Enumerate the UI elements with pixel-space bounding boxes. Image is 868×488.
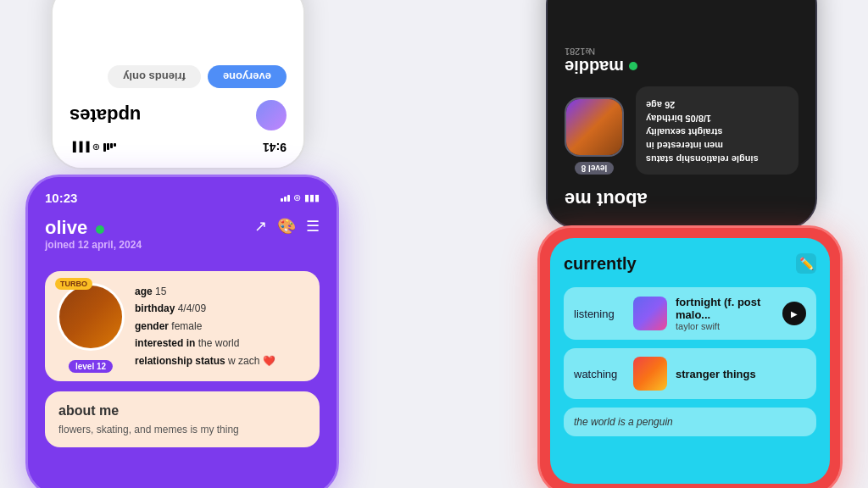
- olive-status-icons: ⊛ ▮▮▮: [281, 192, 320, 203]
- play-button[interactable]: ▶: [782, 302, 806, 325]
- listening-label: listening: [574, 308, 625, 320]
- share-icon[interactable]: ↗: [254, 217, 267, 236]
- watching-label: watching: [574, 368, 625, 380]
- olive-level: level 12: [69, 360, 113, 373]
- maddie-sexuality: straight sexuality: [646, 127, 788, 137]
- olive-about-text: flowers, skating, and memes is my thing: [58, 424, 306, 435]
- maddie-level-badge: level 8: [575, 162, 615, 175]
- phone-olive: 10:23 ⊛ ▮▮▮ olive joined 12 april, 2024: [25, 175, 339, 488]
- maddie-info-card: single relationship status men intereste…: [636, 86, 798, 175]
- listening-sub: taylor swift: [676, 321, 774, 331]
- bottom-text: the world is a penguin: [574, 416, 673, 428]
- maddie-avatar-section: level 8: [565, 97, 624, 175]
- edit-icon[interactable]: ✏️: [796, 253, 816, 274]
- olive-avatar-wrap: TURBO level 12: [57, 283, 125, 369]
- currently-listening-row: listening fortnight (f. post malo... tay…: [564, 287, 816, 340]
- maddie-about-title: about me: [565, 188, 798, 210]
- updates-status-icons: ⊛ ▌▌▌: [70, 142, 116, 153]
- olive-name: olive: [45, 217, 142, 239]
- olive-about-card: about me flowers, skating, and memes is …: [45, 391, 320, 447]
- maddie-interested: men interested in: [646, 141, 788, 151]
- olive-joined: joined 12 april, 2024: [45, 239, 142, 251]
- maddie-relationship: single relationship status: [646, 154, 788, 164]
- updates-avatar: [256, 100, 287, 130]
- music-thumbnail: [633, 297, 667, 330]
- listening-main: fortnight (f. post malo...: [676, 296, 774, 321]
- olive-action-icons[interactable]: ↗ 🎨 ☰: [254, 217, 320, 236]
- toggle-everyone[interactable]: everyone: [208, 65, 287, 88]
- maddie-birthday: 1/8/05 birthday: [646, 114, 788, 124]
- currently-bottom-row: the world is a penguin: [564, 408, 816, 436]
- listening-text: fortnight (f. post malo... taylor swift: [676, 296, 774, 331]
- palette-icon[interactable]: 🎨: [277, 217, 296, 236]
- olive-about-title: about me: [58, 403, 306, 419]
- olive-time: 10:23: [45, 191, 77, 205]
- show-thumbnail: [633, 357, 667, 391]
- watching-main: stranger things: [676, 368, 806, 380]
- phone-updates: 9:41 ⊛ ▌▌▌ updates everyone friends only: [51, 0, 305, 169]
- maddie-number: №1281: [565, 47, 798, 57]
- toggle-friends-only[interactable]: friends only: [108, 65, 201, 88]
- maddie-online-dot: [629, 63, 637, 71]
- maddie-avatar: [565, 97, 624, 157]
- phone-currently: currently ✏️ listening fortnight (f. pos…: [537, 225, 843, 488]
- olive-avatar: [57, 283, 125, 351]
- updates-time: 9:41: [263, 141, 287, 154]
- olive-online-dot: [96, 225, 104, 234]
- watching-text: stranger things: [676, 368, 806, 380]
- currently-title-text: currently: [564, 254, 637, 274]
- olive-info: age 15 birthday 4/4/09 gender female int…: [135, 283, 275, 369]
- currently-watching-row: watching stranger things: [564, 348, 816, 399]
- maddie-age: 26 age: [646, 100, 788, 110]
- maddie-name: maddie: [565, 57, 624, 76]
- menu-icon[interactable]: ☰: [306, 217, 320, 236]
- currently-card: currently ✏️ listening fortnight (f. pos…: [550, 238, 830, 484]
- turbo-badge: TURBO: [55, 278, 92, 290]
- phone-maddie: about me single relationship status men …: [546, 0, 817, 229]
- updates-title: updates: [70, 104, 141, 126]
